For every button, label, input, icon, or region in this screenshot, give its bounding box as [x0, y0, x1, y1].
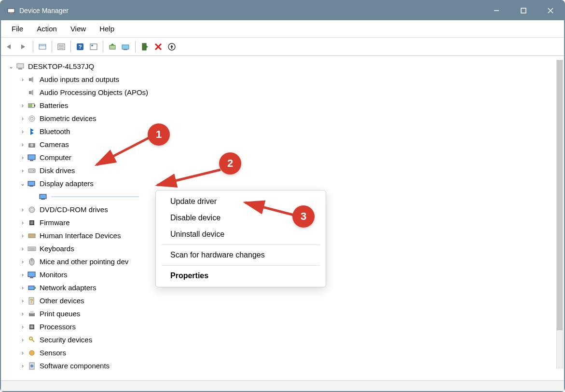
category-row[interactable]: ›Bluetooth [7, 125, 562, 138]
category-row[interactable]: ›Print queues [7, 307, 562, 320]
disable-device-button[interactable] [152, 41, 165, 53]
chevron-right-icon[interactable]: › [18, 76, 27, 83]
svg-rect-36 [34, 105, 35, 107]
category-row[interactable]: ›Disk drives [7, 164, 562, 177]
svg-rect-0 [8, 9, 14, 13]
category-label: Other devices [40, 297, 84, 305]
chevron-right-icon[interactable]: › [18, 115, 27, 122]
svg-rect-18 [110, 45, 115, 49]
app-icon [7, 6, 15, 15]
chevron-right-icon[interactable]: › [18, 245, 27, 252]
chevron-right-icon[interactable]: › [18, 141, 27, 148]
chevron-right-icon[interactable]: › [18, 167, 27, 174]
battery-icon [27, 101, 37, 110]
svg-rect-55 [30, 221, 33, 224]
toolbar-separator [52, 41, 52, 53]
chevron-right-icon[interactable]: › [18, 363, 27, 369]
svg-rect-31 [29, 78, 31, 81]
display-adapter-icon [39, 192, 48, 202]
category-row[interactable]: ›Security devices [7, 333, 562, 346]
fingerprint-icon [27, 114, 37, 123]
chevron-right-icon[interactable]: › [18, 297, 27, 304]
category-display-adapters[interactable]: ⌄ Display adapters [7, 177, 562, 190]
sensor-icon [27, 348, 37, 358]
chevron-right-icon[interactable]: › [18, 271, 27, 278]
svg-marker-19 [110, 43, 114, 45]
chevron-right-icon[interactable]: › [18, 337, 27, 343]
help-button[interactable]: ? [74, 41, 86, 53]
menu-help[interactable]: Help [93, 23, 121, 35]
vertical-scrollbar[interactable] [556, 60, 563, 368]
back-button[interactable] [4, 41, 16, 53]
toolbar-separator [135, 41, 136, 53]
menu-file[interactable]: File [5, 23, 30, 35]
ctx-scan-hardware[interactable]: Scan for hardware changes [156, 247, 326, 263]
device-manager-window: Device Manager File Action View Help ? [0, 0, 565, 392]
svg-marker-32 [31, 77, 33, 82]
chevron-right-icon[interactable]: › [18, 128, 27, 135]
annotation-bubble-3: 3 [292, 205, 315, 228]
cpu-icon [27, 322, 37, 332]
svg-rect-45 [30, 160, 33, 161]
chevron-right-icon[interactable]: › [18, 232, 27, 239]
category-row[interactable]: ›Sensors [7, 346, 562, 359]
minimize-button[interactable] [483, 1, 510, 20]
svg-rect-69 [30, 311, 34, 313]
update-driver-button[interactable] [106, 41, 119, 53]
category-row[interactable]: ›Processors [7, 320, 562, 333]
ctx-uninstall-device[interactable]: Uninstall device [156, 226, 326, 243]
category-row[interactable]: ›Audio inputs and outputs [7, 73, 562, 86]
chevron-right-icon[interactable]: › [18, 206, 27, 213]
category-label: DVD/CD-ROM drives [40, 205, 108, 214]
camera-icon [27, 140, 37, 149]
details-button[interactable] [55, 41, 68, 53]
scrollbar-thumb[interactable] [557, 60, 563, 330]
toolbar-separator [33, 41, 33, 53]
svg-rect-30 [18, 68, 22, 69]
category-row[interactable]: ›Cameras [7, 138, 562, 151]
chevron-right-icon[interactable]: › [18, 284, 27, 291]
show-hidden-button[interactable] [36, 41, 49, 53]
maximize-button[interactable] [510, 1, 537, 20]
chevron-right-icon[interactable]: › [18, 102, 27, 109]
svg-rect-68 [29, 313, 35, 316]
ctx-properties[interactable]: Properties [156, 268, 326, 284]
category-row[interactable]: ›?Other devices [7, 294, 562, 307]
category-label: Human Interface Devices [40, 231, 121, 240]
menu-view[interactable]: View [64, 23, 93, 35]
chevron-right-icon[interactable]: › [18, 219, 27, 226]
monitor-icon [27, 153, 37, 162]
svg-rect-33 [29, 91, 31, 94]
chevron-right-icon[interactable]: › [18, 258, 27, 265]
chevron-right-icon[interactable]: › [18, 154, 27, 161]
chevron-down-icon[interactable]: ⌄ [18, 180, 27, 187]
chevron-right-icon[interactable]: › [18, 324, 27, 330]
chevron-right-icon[interactable]: › [18, 311, 27, 317]
category-row[interactable]: Audio Processing Objects (APOs) [7, 86, 562, 99]
category-row[interactable]: ›Biometric devices [7, 112, 562, 125]
svg-rect-57 [28, 247, 36, 251]
svg-point-39 [30, 117, 33, 120]
scan-hardware-button[interactable] [120, 41, 132, 53]
category-row[interactable]: ›Computer [7, 151, 562, 164]
svg-rect-3 [521, 8, 526, 13]
forward-button[interactable] [17, 41, 30, 53]
software-icon [27, 361, 37, 371]
svg-rect-56 [28, 234, 35, 238]
category-label: Disk drives [40, 166, 75, 175]
category-row[interactable]: ›Software components [7, 359, 562, 372]
tree-root-computer[interactable]: ⌄ DESKTOP-4L537JQ [7, 60, 562, 73]
mouse-icon [27, 257, 37, 267]
chevron-down-icon[interactable]: ⌄ [7, 63, 15, 70]
hid-icon [27, 231, 37, 241]
speaker-icon [27, 75, 37, 84]
properties-button[interactable] [87, 41, 100, 53]
category-label: Firmware [40, 218, 70, 227]
network-icon [27, 283, 37, 293]
enable-device-button[interactable] [138, 41, 151, 53]
category-row[interactable]: ›Batteries [7, 99, 562, 112]
chevron-right-icon[interactable]: › [18, 350, 27, 356]
uninstall-device-button[interactable] [165, 41, 178, 53]
menu-action[interactable]: Action [30, 23, 64, 35]
close-button[interactable] [537, 1, 564, 20]
